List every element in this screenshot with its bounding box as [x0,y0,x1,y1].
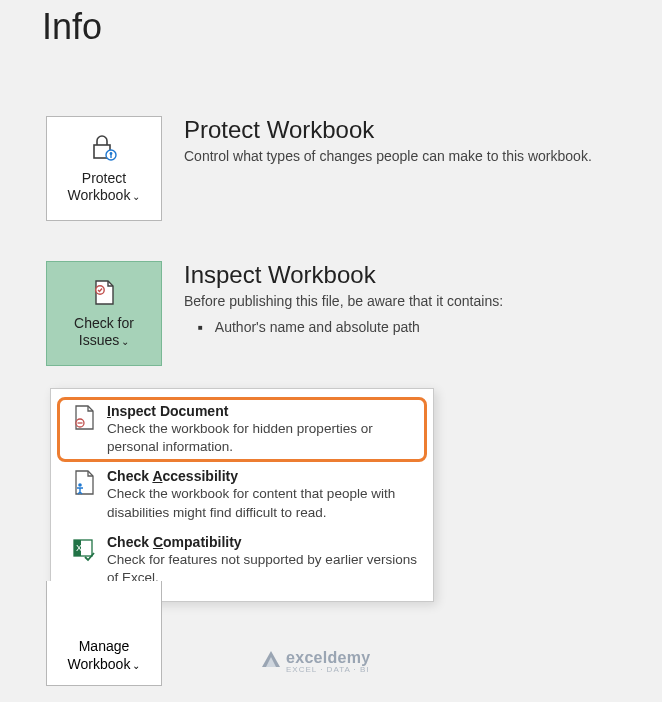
check-accessibility-desc: Check the workbook for content that peop… [107,485,419,521]
svg-point-7 [78,484,82,488]
inspect-document-item[interactable]: Inspect Document Check the workbook for … [51,397,433,462]
compatibility-icon: X [69,534,107,568]
protect-row: Protect Workbook⌄ Protect Workbook Contr… [46,116,662,221]
check-compatibility-title: Check Compatibility [107,534,419,550]
svg-rect-3 [110,154,111,158]
inspect-heading: Inspect Workbook [184,261,503,289]
watermark-icon [260,648,282,674]
watermark-sub: EXCEL · DATA · BI [286,665,371,674]
check-accessibility-item[interactable]: Check Accessibility Check the workbook f… [51,462,433,527]
svg-text:X: X [76,543,82,553]
accessibility-icon [69,468,107,502]
document-inspect-icon [69,403,107,437]
protect-desc: Control what types of changes people can… [184,148,592,164]
info-content: Protect Workbook⌄ Protect Workbook Contr… [0,48,662,366]
chevron-down-icon: ⌄ [132,660,140,671]
check-for-issues-button[interactable]: Check for Issues⌄ [46,261,162,366]
inspect-document-title: Inspect Document [107,403,419,419]
protect-section-text: Protect Workbook Control what types of c… [184,116,592,164]
check-issues-dropdown: Inspect Document Check the workbook for … [50,388,434,602]
inspect-section-text: Inspect Workbook Before publishing this … [184,261,503,335]
inspect-document-desc: Check the workbook for hidden properties… [107,420,419,456]
inspect-bullet: ■ Author's name and absolute path [184,319,503,335]
inspect-row: Check for Issues⌄ Inspect Workbook Befor… [46,261,662,366]
check-accessibility-title: Check Accessibility [107,468,419,484]
protect-tile-label: Protect Workbook⌄ [68,170,141,205]
bullet-icon: ■ [198,323,203,332]
chevron-down-icon: ⌄ [121,336,129,347]
protect-heading: Protect Workbook [184,116,592,144]
lock-icon [89,133,119,166]
manage-tile-label: Manage Workbook⌄ [68,638,141,673]
manage-workbook-button[interactable]: Manage Workbook⌄ [46,581,162,686]
chevron-down-icon: ⌄ [132,191,140,202]
watermark: exceldemy EXCEL · DATA · BI [260,648,371,674]
page-title: Info [0,0,662,48]
check-issues-tile-label: Check for Issues⌄ [74,315,134,350]
inspect-desc: Before publishing this file, be aware th… [184,293,503,309]
inspect-bullet-text: Author's name and absolute path [215,319,420,335]
watermark-text: exceldemy [286,649,371,667]
document-check-icon [89,278,119,311]
protect-workbook-button[interactable]: Protect Workbook⌄ [46,116,162,221]
